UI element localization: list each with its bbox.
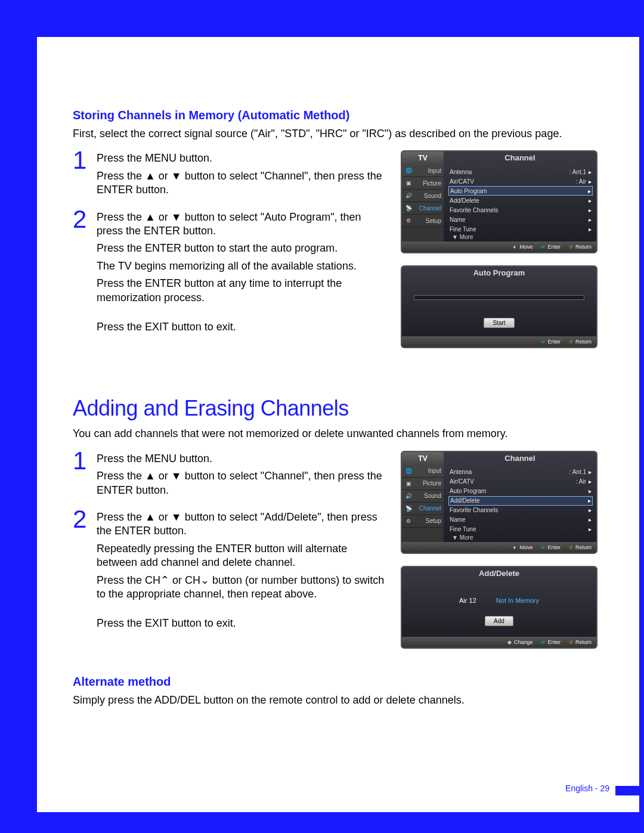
section2-steps: 1 Press the MENU button. Press the ▲ or … [73, 451, 389, 661]
osd-sidebar: 🌐Input ▣Picture 🔊Sound 📡Channel ⚙Setup [402, 165, 444, 241]
osd-row-antenna[interactable]: Antenna: Ant.1▸ [448, 167, 593, 176]
osd-sidebar-input[interactable]: 🌐Input [402, 465, 444, 478]
osd-row-aircatv[interactable]: Air/CATV: Air▸ [448, 176, 593, 186]
osd-start-button[interactable]: Start [484, 318, 514, 328]
section1-content: 1 Press the MENU button. Press the ▲ or … [73, 150, 603, 360]
osd-hint-enter: Enter [541, 544, 561, 550]
setup-icon: ⚙ [405, 218, 411, 224]
osd-hint-move: Move [513, 244, 532, 250]
osd-channel-status-line: Air 12 Not In Memory [408, 597, 590, 604]
osd-title: Add/Delete [402, 567, 596, 580]
picture-icon: ▣ [405, 481, 411, 487]
osd-channel-menu-adddelete: TV Channel 🌐Input ▣Picture 🔊Sound 📡Chann… [401, 451, 597, 554]
osd-sidebar-picture[interactable]: ▣Picture [402, 177, 444, 190]
osd-row-fav[interactable]: Favorite Channels▸ [448, 205, 593, 215]
osd-progress-bar [414, 295, 584, 300]
osd-sidebar-input[interactable]: 🌐Input [402, 165, 444, 177]
globe-icon: 🌐 [405, 468, 411, 474]
section3-intro: Simply press the ADD/DEL button on the r… [73, 693, 603, 707]
osd-row-aircatv[interactable]: Air/CATV: Air▸ [448, 477, 593, 487]
osd-footer: Change Enter Return [402, 637, 596, 648]
osd-row-finetune[interactable]: Fine Tune▸ [448, 224, 593, 234]
osd-footer: Move Enter Return [402, 542, 596, 553]
osd-sidebar-picture[interactable]: ▣Picture [402, 478, 444, 490]
osd-sidebar-setup[interactable]: ⚙Setup [402, 515, 444, 528]
picture-icon: ▣ [405, 180, 411, 186]
osd-row-name[interactable]: Name▸ [448, 215, 593, 224]
osd-more: ▼ More [448, 234, 593, 240]
section2-osd-column: TV Channel 🌐Input ▣Picture 🔊Sound 📡Chann… [401, 451, 603, 661]
osd-add-delete: Add/Delete Air 12 Not In Memory Add Chan… [401, 566, 597, 649]
osd-channel-status: Not In Memory [496, 597, 539, 604]
osd-tv-tab: TV [402, 452, 444, 465]
osd-row-fav[interactable]: Favorite Channels▸ [448, 506, 593, 515]
section1-osd-column: TV Channel 🌐Input ▣Picture 🔊Sound 📡Chann… [401, 150, 603, 360]
step-number: 1 [73, 451, 91, 501]
step-body: Press the ▲ or ▼ button to select "Auto … [97, 209, 389, 338]
channel-icon: 📡 [405, 506, 411, 512]
section1-intro: First, select the correct signal source … [73, 127, 603, 141]
osd-sidebar-sound[interactable]: 🔊Sound [402, 190, 444, 202]
osd-title: Channel [444, 151, 596, 165]
osd-hint-move: Move [513, 544, 532, 550]
step-body: Press the MENU button. Press the ▲ or ▼ … [97, 451, 389, 501]
osd-footer: Enter Return [402, 336, 596, 347]
osd-row-antenna[interactable]: Antenna: Ant.1▸ [448, 467, 593, 477]
step-number: 2 [73, 209, 91, 338]
section1-heading: Storing Channels in Memory (Automatic Me… [73, 109, 603, 122]
osd-hint-enter: Enter [541, 639, 561, 645]
step-number: 1 [73, 150, 91, 200]
osd-hint-change: Change [507, 639, 533, 645]
step-body: Press the ▲ or ▼ button to select "Add/D… [97, 509, 389, 634]
osd-auto-program: Auto Program Start Enter Return [401, 265, 597, 348]
osd-hint-enter: Enter [541, 339, 561, 345]
osd-title: Auto Program [402, 267, 596, 280]
step-number: 2 [73, 509, 91, 634]
osd-hint-return: Return [569, 339, 592, 345]
osd-row-adddelete[interactable]: Add/Delete▸ [448, 196, 593, 205]
sound-icon: 🔊 [405, 193, 411, 199]
osd-row-autoprogram[interactable]: Auto Program▸ [448, 487, 593, 496]
section3-heading: Alternate method [73, 675, 603, 689]
setup-icon: ⚙ [405, 518, 411, 524]
section2-content: 1 Press the MENU button. Press the ▲ or … [73, 451, 603, 661]
osd-channel-label: Air 12 [459, 597, 476, 604]
osd-channel-menu-auto: TV Channel 🌐Input ▣Picture 🔊Sound 📡Chann… [401, 150, 597, 253]
osd-hint-enter: Enter [541, 244, 561, 250]
osd-more: ▼ More [448, 534, 593, 541]
page-footer: English - 29 [565, 784, 609, 793]
osd-title: Channel [444, 452, 596, 465]
osd-hint-return: Return [569, 639, 592, 645]
channel-icon: 📡 [405, 205, 411, 211]
osd-sidebar: 🌐Input ▣Picture 🔊Sound 📡Channel ⚙Setup [402, 465, 444, 542]
osd-row-autoprogram[interactable]: Auto Program▸ [448, 186, 593, 196]
sound-icon: 🔊 [405, 493, 411, 499]
osd-sidebar-setup[interactable]: ⚙Setup [402, 215, 444, 227]
step: 1 Press the MENU button. Press the ▲ or … [73, 150, 389, 200]
globe-icon: 🌐 [405, 168, 411, 174]
osd-footer: Move Enter Return [402, 241, 596, 252]
section2-heading: Adding and Erasing Channels [73, 396, 603, 421]
osd-tv-tab: TV [402, 151, 444, 165]
osd-body: Start [402, 280, 596, 336]
osd-menu-list: Antenna: Ant.1▸ Air/CATV: Air▸ Auto Prog… [444, 165, 596, 241]
section2-intro: You can add channels that were not memor… [73, 427, 603, 441]
osd-sidebar-sound[interactable]: 🔊Sound [402, 490, 444, 503]
osd-menu-list: Antenna: Ant.1▸ Air/CATV: Air▸ Auto Prog… [444, 465, 596, 542]
step-body: Press the MENU button. Press the ▲ or ▼ … [97, 150, 389, 200]
step: 2 Press the ▲ or ▼ button to select "Add… [73, 509, 389, 634]
osd-sidebar-channel[interactable]: 📡Channel [402, 503, 444, 515]
osd-sidebar-channel[interactable]: 📡Channel [402, 202, 444, 215]
manual-page: Storing Channels in Memory (Automatic Me… [37, 37, 639, 812]
osd-hint-return: Return [569, 544, 592, 550]
section1-steps: 1 Press the MENU button. Press the ▲ or … [73, 150, 389, 360]
step: 1 Press the MENU button. Press the ▲ or … [73, 451, 389, 501]
osd-row-name[interactable]: Name▸ [448, 515, 593, 525]
osd-row-finetune[interactable]: Fine Tune▸ [448, 525, 593, 534]
osd-hint-return: Return [569, 244, 592, 250]
osd-row-adddelete[interactable]: Add/Delete▸ [448, 496, 593, 506]
osd-body: Air 12 Not In Memory Add [402, 580, 596, 637]
osd-add-button[interactable]: Add [485, 616, 513, 626]
page-edge-mark [615, 786, 639, 795]
step: 2 Press the ▲ or ▼ button to select "Aut… [73, 209, 389, 338]
